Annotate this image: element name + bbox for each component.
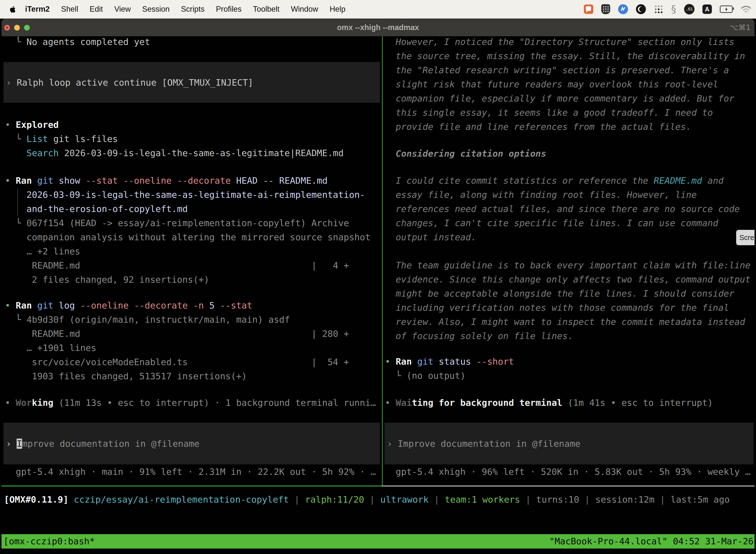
terminal-line: However, I noticed the "Directory Struct…: [385, 35, 755, 49]
terminal-line: this single essay, it seems like a good …: [385, 106, 755, 120]
macos-menu-bar: iTerm2 Shell Edit View Session Scripts P…: [0, 0, 756, 19]
terminal-line: › Improve documentation in @filename: [6, 437, 380, 451]
terminal-line: … +1901 lines: [5, 341, 382, 355]
explored-block: • Explored └ List git ls-files Search 20…: [1, 118, 382, 160]
terminal-line: • Ran git status --short: [385, 354, 755, 369]
terminal-line: 1903 files changed, 513517 insertions(+): [5, 369, 382, 383]
terminal-line: • Ran git show --stat --oneline --decora…: [5, 173, 382, 188]
terminal-line: └ (no output): [385, 369, 755, 383]
git-status-block: • Ran git status --short └ (no output): [383, 354, 755, 383]
menu-item-iterm2[interactable]: iTerm2: [25, 5, 50, 14]
window-title-bar[interactable]: omx --xhigh --madmax ⌥⌘1: [1, 19, 755, 36]
left-prompt-input[interactable]: › Improve documentation in @filename: [3, 423, 380, 464]
terminal-line: › Ralph loop active continue [OMX_TMUX_I…: [6, 75, 380, 90]
terminal-line: Search 2026-03-09-is-legal-the-same-as-l…: [5, 146, 382, 160]
terminal-line: • Ran git log --oneline --decorate -n 5 …: [5, 298, 382, 313]
reasoning-paragraph-1: However, I noticed the "Directory Struct…: [383, 35, 755, 134]
terminal-line: └ 4b9d30f (origin/main, instructkr/main,…: [5, 313, 382, 327]
reasoning-heading: Considering citation options: [383, 147, 755, 161]
terminal-line: Considering citation options: [385, 147, 755, 161]
screen: iTerm2 Shell Edit View Session Scripts P…: [0, 0, 756, 554]
menu-item-window[interactable]: Window: [291, 5, 318, 14]
menu-item-session[interactable]: Session: [142, 5, 170, 14]
pane-divider[interactable]: [382, 36, 383, 486]
terminal-line: of focusing solely on file lines.: [385, 329, 755, 343]
left-model-status-line: gpt-5.4 xhigh · main · 91% left · 2.31M …: [1, 465, 382, 479]
right-prompt-input[interactable]: › Improve documentation in @filename: [384, 423, 754, 464]
terminal-line: src/voice/voiceModeEnabled.ts | 54 +: [5, 355, 382, 369]
terminal-line: └ No agents completed yet: [5, 35, 382, 49]
terminal-line: • Explored: [5, 118, 382, 132]
squiggle-icon[interactable]: §: [671, 4, 676, 14]
waiting-status-line: • Waiting for background terminal (1m 41…: [383, 396, 755, 410]
terminal-line: slight risk that future readers may over…: [385, 77, 755, 91]
dots-grid-icon[interactable]: [654, 4, 663, 14]
terminal-line: the source tree, missing the essay. Stil…: [385, 49, 755, 63]
reasoning-paragraph-3: The team guideline is to back every impo…: [383, 258, 755, 343]
menu-item-help[interactable]: Help: [330, 5, 345, 14]
terminal-line: review. Also, I might want to inspect th…: [385, 315, 755, 329]
menu-item-view[interactable]: View: [114, 5, 131, 14]
pane-bottom-border-active: [1, 486, 382, 487]
terminal-line: └ List git ls-files: [5, 132, 382, 146]
tmux-host-clock: "MacBook-Pro-44.local" 04:52 31-Mar-26: [549, 534, 754, 549]
keypad-shield-icon[interactable]: [601, 4, 610, 14]
window-title: omx --xhigh --madmax: [1, 19, 755, 36]
menu-item-shell[interactable]: Shell: [61, 5, 78, 14]
menu-items: iTerm2 Shell Edit View Session Scripts P…: [25, 5, 345, 14]
menu-item-edit[interactable]: Edit: [89, 5, 103, 14]
terminal-line: 2026-03-09-is-legal-the-same-as-legitima…: [5, 188, 382, 202]
count-badge-icon[interactable]: ..61: [684, 4, 694, 14]
omx-status-bar: [OMX#0.11.9] cczip/essay/ai-reimplementa…: [1, 492, 755, 507]
terminal-line: › Improve documentation in @filename: [387, 437, 754, 451]
terminal-line: └ 067f154 (HEAD -> essay/ai-reimplementa…: [5, 216, 382, 230]
terminal-line: provide file and line references from th…: [385, 120, 755, 134]
battery-icon[interactable]: [720, 5, 733, 13]
terminal-line: [OMX#0.11.9] cczip/essay/ai-reimplementa…: [4, 492, 755, 507]
right-terminal-pane: However, I noticed the "Directory Struct…: [383, 35, 755, 486]
terminal-line: README.md | 4 +: [5, 258, 382, 273]
working-status-line: • Working (11m 13s • esc to interrupt) ·…: [1, 396, 382, 410]
terminal-line: … +2 lines: [5, 244, 382, 258]
terminal-line: companion analysis without altering the …: [5, 230, 382, 244]
terminal-line: might be acceptable alongside the file l…: [385, 286, 755, 300]
pane-bottom-border-inactive: [382, 486, 755, 487]
wifi-icon[interactable]: [741, 5, 752, 13]
terminal-line: README.md | 280 +: [5, 327, 382, 341]
tmux-session-tab: [omx-cczip0:bash*: [3, 534, 95, 549]
iterm2-window: omx --xhigh --madmax ⌥⌘1 └ No agents com…: [1, 19, 755, 554]
terminal-line: evidence. Since this change only affects…: [385, 272, 755, 286]
terminal-line: gpt-5.4 xhigh · 96% left · 520K in · 5.8…: [385, 465, 755, 479]
ralph-loop-input-box[interactable]: › Ralph loop active continue [OMX_TMUX_I…: [3, 62, 380, 103]
terminal-line: companion file, especially if more comme…: [385, 91, 755, 106]
reasoning-paragraph-2: I could cite commit statistics or refere…: [383, 173, 755, 244]
menu-item-toolbelt[interactable]: Toolbelt: [253, 5, 279, 14]
screen-edge-tooltip: Scre: [736, 230, 755, 245]
left-terminal-pane: └ No agents completed yet › Ralph loop a…: [1, 35, 382, 486]
git-show-block: • Ran git show --stat --oneline --decora…: [1, 173, 382, 287]
terminal-line: I could cite commit statistics or refere…: [385, 173, 755, 188]
terminal-line: essay file, along with finding root file…: [385, 188, 755, 202]
menu-item-scripts[interactable]: Scripts: [181, 5, 205, 14]
window-shortcut-badge: ⌥⌘1: [730, 19, 751, 36]
terminal-line: gpt-5.4 xhigh · main · 91% left · 2.31M …: [5, 465, 382, 479]
terminal-line: • Waiting for background terminal (1m 41…: [385, 396, 755, 410]
agents-status-line: └ No agents completed yet: [1, 35, 382, 49]
right-model-status-line: gpt-5.4 xhigh · 96% left · 520K in · 5.8…: [383, 465, 755, 479]
git-log-block: • Ran git log --oneline --decorate -n 5 …: [1, 298, 382, 383]
menu-item-profiles[interactable]: Profiles: [216, 5, 241, 14]
zigzag-badge-icon[interactable]: [618, 4, 628, 14]
terminal-line: changes, I can't cite specific file line…: [385, 216, 755, 230]
a-badge-icon[interactable]: A: [702, 4, 712, 14]
apple-menu-icon[interactable]: [10, 5, 17, 13]
terminal-line: the "Related research writing" section i…: [385, 63, 755, 77]
terminal-line: references need actual files, and since …: [385, 202, 755, 216]
terminal-line: 2 files changed, 92 insertions(+): [5, 273, 382, 287]
tmux-status-bar: [omx-cczip0:bash* "MacBook-Pro-44.local"…: [1, 534, 755, 549]
terminal-line: output instead.: [385, 230, 755, 244]
terminal-line: The team guideline is to back every impo…: [385, 258, 755, 272]
crescent-icon[interactable]: [636, 4, 646, 14]
screen-record-chat-icon[interactable]: [584, 4, 593, 14]
menu-bar-status-icons: § ..61 A: [584, 4, 752, 14]
terminal-line: including verification notes with those …: [385, 300, 755, 315]
